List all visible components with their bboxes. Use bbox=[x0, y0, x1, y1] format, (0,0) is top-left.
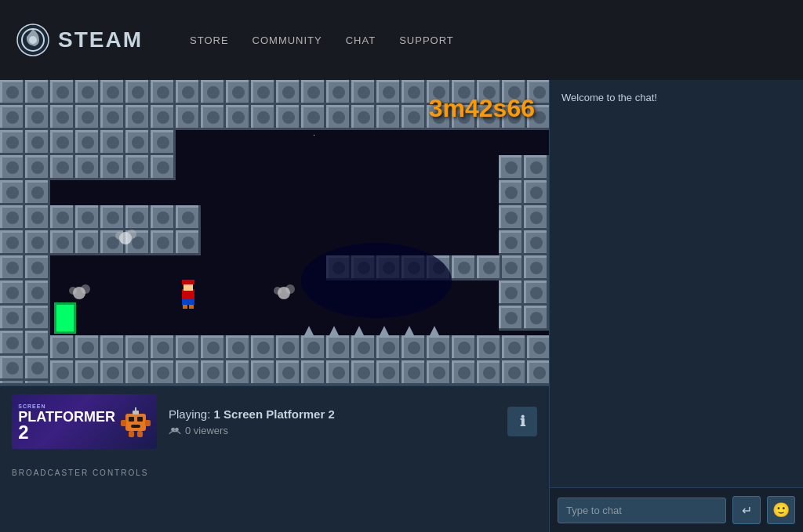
svg-rect-8 bbox=[135, 407, 136, 411]
nav-community[interactable]: COMMUNITY bbox=[253, 34, 322, 46]
game-canvas bbox=[0, 80, 549, 385]
chat-messages: Welcome to the chat! bbox=[550, 80, 803, 487]
game-name: 1 Screen Platformer 2 bbox=[214, 407, 335, 421]
chat-input[interactable] bbox=[558, 498, 726, 523]
game-info-bar: SCREEN PLATFORMER 2 bbox=[0, 385, 549, 457]
main-content: 3m42s66 SCREEN PLATFORMER 2 bbox=[0, 80, 803, 532]
broadcaster-section: BROADCASTER CONTROLS bbox=[0, 457, 549, 487]
stream-timer: 3m42s66 bbox=[429, 94, 535, 123]
steam-logo[interactable]: STEAM bbox=[16, 23, 143, 57]
viewers-info: 0 viewers bbox=[169, 425, 496, 436]
chat-send-button[interactable]: ↵ bbox=[732, 496, 761, 524]
svg-rect-9 bbox=[121, 420, 126, 426]
chat-emoji-button[interactable]: 🙂 bbox=[767, 496, 795, 524]
steam-brand-text: STEAM bbox=[58, 27, 143, 52]
svg-point-2 bbox=[29, 36, 37, 44]
top-navigation: STEAM STORE COMMUNITY CHAT SUPPORT bbox=[0, 0, 803, 80]
nav-store[interactable]: STORE bbox=[190, 34, 229, 46]
nav-links: STORE COMMUNITY CHAT SUPPORT bbox=[190, 34, 454, 46]
info-icon: ℹ bbox=[520, 413, 525, 430]
game-details: Playing: 1 Screen Platformer 2 0 viewers bbox=[169, 407, 496, 436]
emoji-icon: 🙂 bbox=[772, 501, 790, 519]
stream-area: 3m42s66 bbox=[0, 80, 549, 385]
svg-rect-5 bbox=[137, 417, 143, 422]
left-panel: 3m42s66 SCREEN PLATFORMER 2 bbox=[0, 80, 549, 532]
viewers-icon bbox=[169, 426, 181, 434]
svg-point-14 bbox=[175, 428, 179, 432]
game-thumbnail: SCREEN PLATFORMER 2 bbox=[12, 394, 157, 449]
nav-support[interactable]: SUPPORT bbox=[399, 34, 454, 46]
welcome-message: Welcome to the chat! bbox=[561, 92, 791, 103]
chat-input-area: ↵ 🙂 bbox=[550, 487, 803, 532]
svg-rect-6 bbox=[131, 425, 140, 428]
broadcaster-label: BROADCASTER CONTROLS bbox=[12, 469, 148, 477]
robot-icon bbox=[121, 404, 151, 439]
steam-logo-icon bbox=[16, 23, 50, 57]
svg-point-13 bbox=[171, 428, 175, 432]
svg-rect-10 bbox=[145, 420, 151, 426]
nav-chat[interactable]: CHAT bbox=[346, 34, 376, 46]
svg-rect-11 bbox=[129, 431, 134, 437]
svg-rect-12 bbox=[137, 431, 143, 437]
svg-rect-4 bbox=[129, 417, 134, 422]
info-button[interactable]: ℹ bbox=[507, 407, 537, 436]
send-icon: ↵ bbox=[742, 503, 752, 518]
playing-text: Playing: 1 Screen Platformer 2 bbox=[169, 407, 496, 421]
game-title-art: SCREEN PLATFORMER 2 bbox=[18, 403, 115, 441]
viewers-count: 0 viewers bbox=[185, 425, 228, 436]
svg-rect-3 bbox=[125, 414, 146, 431]
chat-panel: Welcome to the chat! ↵ 🙂 bbox=[549, 80, 803, 532]
